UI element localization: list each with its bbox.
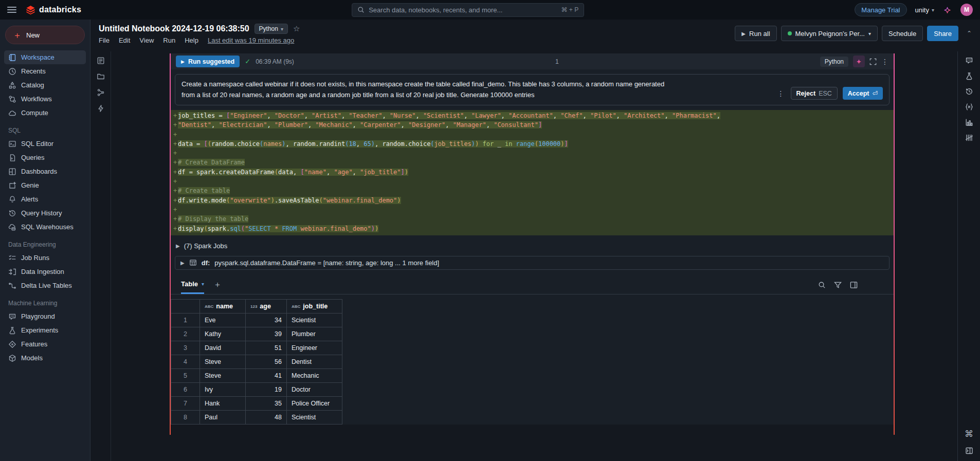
- compute-icon: [8, 109, 16, 117]
- sidebar-item-sql-editor[interactable]: SQL Editor: [4, 137, 86, 151]
- sidebar-item-compute[interactable]: Compute: [4, 106, 86, 120]
- sidebar-item-dashboards[interactable]: Dashboards: [4, 164, 86, 178]
- sidebar-item-job-runs[interactable]: Job Runs: [4, 251, 86, 265]
- comments-icon[interactable]: [965, 57, 973, 65]
- spark-jobs-toggle[interactable]: ▶ (7) Spark Jobs: [171, 235, 894, 255]
- databricks-logo[interactable]: databricks: [26, 5, 81, 15]
- open-panel-icon[interactable]: [965, 447, 973, 455]
- schedule-button[interactable]: Schedule: [882, 26, 923, 41]
- search-results-icon[interactable]: [818, 281, 826, 289]
- lineage-icon[interactable]: [97, 88, 105, 97]
- run-suggested-button[interactable]: ▶ Run suggested: [176, 56, 240, 67]
- bolt-icon[interactable]: [97, 104, 105, 113]
- shortcuts-icon[interactable]: ⌘: [965, 429, 973, 439]
- sidebar-item-label: Recents: [21, 67, 46, 75]
- row-number-header: [171, 299, 200, 313]
- fullscreen-icon[interactable]: [869, 58, 877, 65]
- table-row[interactable]: 5 Steve 41 Mechanic: [171, 368, 342, 382]
- run-all-button[interactable]: ▶ Run all: [735, 26, 776, 41]
- cell-language-badge[interactable]: Python: [820, 57, 848, 67]
- table-row[interactable]: 1 Eve 34 Scientist: [171, 313, 342, 327]
- menu-edit[interactable]: Edit: [119, 36, 130, 44]
- table-row[interactable]: 4 Steve 56 Dentist: [171, 355, 342, 368]
- assistant-options-kebab-icon[interactable]: ⋮: [777, 89, 785, 98]
- sidebar-item-workspace[interactable]: Workspace: [4, 50, 86, 64]
- tab-table[interactable]: Table ▾: [181, 280, 204, 294]
- dataframe-summary-row[interactable]: ▶ df: pyspark.sql.dataframe.DataFrame = …: [175, 256, 890, 270]
- row-number: 4: [171, 355, 200, 368]
- cell-name: Hank: [200, 396, 246, 410]
- column-header-age[interactable]: 123age: [246, 299, 287, 313]
- sidebar-item-label: Dashboards: [21, 168, 57, 175]
- code-editor-diff[interactable]: +job_titles = ["Engineer", "Doctor", "Ar…: [171, 110, 894, 235]
- favorite-star-icon[interactable]: ☆: [293, 24, 300, 33]
- table-row[interactable]: 2 Kathy 39 Plumber: [171, 327, 342, 341]
- sidebar-item-playground[interactable]: Playground: [4, 309, 86, 323]
- table-row[interactable]: 3 David 51 Engineer: [171, 341, 342, 355]
- assistant-sparkle-icon[interactable]: [942, 5, 952, 15]
- global-search-input[interactable]: Search data, notebooks, recents, and mor…: [352, 3, 584, 17]
- workspace-switcher[interactable]: unity ▾: [915, 6, 935, 14]
- sidebar-item-experiments[interactable]: Experiments: [4, 323, 86, 337]
- contents-icon[interactable]: [97, 57, 105, 65]
- sidebar-item-label: SQL Warehouses: [21, 223, 74, 231]
- metrics-icon[interactable]: [965, 134, 973, 142]
- code-line: +# Create DataFrame: [171, 158, 894, 167]
- table-row[interactable]: 7 Hank 35 Police Officer: [171, 396, 342, 410]
- add-visualization-button[interactable]: ＋: [213, 280, 222, 295]
- cluster-selector[interactable]: Melvyn Peignon's Per... ▾: [781, 26, 878, 41]
- lab-icon[interactable]: [965, 72, 973, 80]
- success-check-icon: ✓: [245, 58, 250, 65]
- chevron-down-icon: ▾: [202, 281, 204, 287]
- menu-view[interactable]: View: [139, 36, 154, 44]
- folder-icon[interactable]: [97, 72, 105, 81]
- user-avatar[interactable]: M: [960, 4, 973, 16]
- sidebar-item-genie[interactable]: Genie: [4, 178, 86, 192]
- column-header-job_title[interactable]: ABCjob_title: [287, 299, 342, 313]
- share-button[interactable]: Share: [927, 26, 958, 41]
- sidebar-item-label: SQL Editor: [21, 140, 53, 147]
- assistant-prompt-box[interactable]: Create a namespace called webinar if it …: [175, 74, 890, 105]
- table-row[interactable]: 6 Ivy 19 Doctor: [171, 382, 342, 396]
- sidebar-item-models[interactable]: Models: [4, 351, 86, 365]
- cell-name: Steve: [200, 368, 246, 382]
- table-icon: [189, 259, 197, 266]
- sidebar-item-alerts[interactable]: Alerts: [4, 192, 86, 206]
- sidebar-item-queries[interactable]: Queries: [4, 151, 86, 164]
- variables-icon[interactable]: [965, 103, 973, 111]
- columns-panel-icon[interactable]: [850, 281, 858, 289]
- menu-help[interactable]: Help: [185, 36, 198, 44]
- reject-button[interactable]: Reject ESC: [791, 87, 838, 100]
- menu-file[interactable]: File: [99, 36, 110, 44]
- manage-trial-button[interactable]: Manage Trial: [855, 3, 906, 16]
- hamburger-menu-icon[interactable]: [7, 7, 16, 13]
- sidebar-item-features[interactable]: Features: [4, 337, 86, 351]
- notebook-title[interactable]: Untitled Notebook 2024-12-19 06:38:50: [99, 24, 249, 33]
- sidebar-item-data-ingestion[interactable]: Data Ingestion: [4, 265, 86, 279]
- filter-icon[interactable]: [834, 281, 842, 289]
- collapse-header-icon[interactable]: ⌃: [967, 30, 972, 37]
- notebook-cell[interactable]: ▶ Run suggested ✓ 06:39 AM (9s) 1 Python: [171, 53, 894, 425]
- notebook-language-select[interactable]: Python ▾: [255, 24, 288, 34]
- genie-icon: [8, 181, 16, 190]
- sidebar-item-recents[interactable]: Recents: [4, 64, 86, 78]
- last-edit-link[interactable]: Last edit was 19 minutes ago: [208, 36, 294, 44]
- sidebar-item-query-history[interactable]: Query History: [4, 206, 86, 220]
- sidebar-item-workflows[interactable]: Workflows: [4, 92, 86, 106]
- menu-run[interactable]: Run: [163, 36, 175, 44]
- cell-name: Eve: [200, 313, 246, 327]
- cell-menu-kebab-icon[interactable]: ⋮: [881, 58, 888, 66]
- column-header-name[interactable]: ABCname: [200, 299, 246, 313]
- new-button[interactable]: ＋ New: [5, 26, 85, 44]
- sidebar-item-delta-live-tables[interactable]: Delta Live Tables: [4, 279, 86, 292]
- table-row[interactable]: 8 Paul 48 Scientist: [171, 410, 342, 424]
- version-history-icon[interactable]: [965, 87, 973, 96]
- sidebar-item-catalog[interactable]: Catalog: [4, 78, 86, 92]
- cell-assistant-button[interactable]: [853, 56, 865, 67]
- results-table[interactable]: ABCname123ageABCjob_title 1 Eve 34 Scien…: [171, 299, 342, 425]
- sidebar-item-sql-warehouses[interactable]: SQL Warehouses: [4, 220, 86, 234]
- cluster-status-dot: [788, 31, 792, 35]
- chart-icon[interactable]: [965, 118, 973, 126]
- accept-button[interactable]: Accept ⏎: [843, 87, 883, 100]
- chevron-down-icon: ▾: [281, 26, 283, 32]
